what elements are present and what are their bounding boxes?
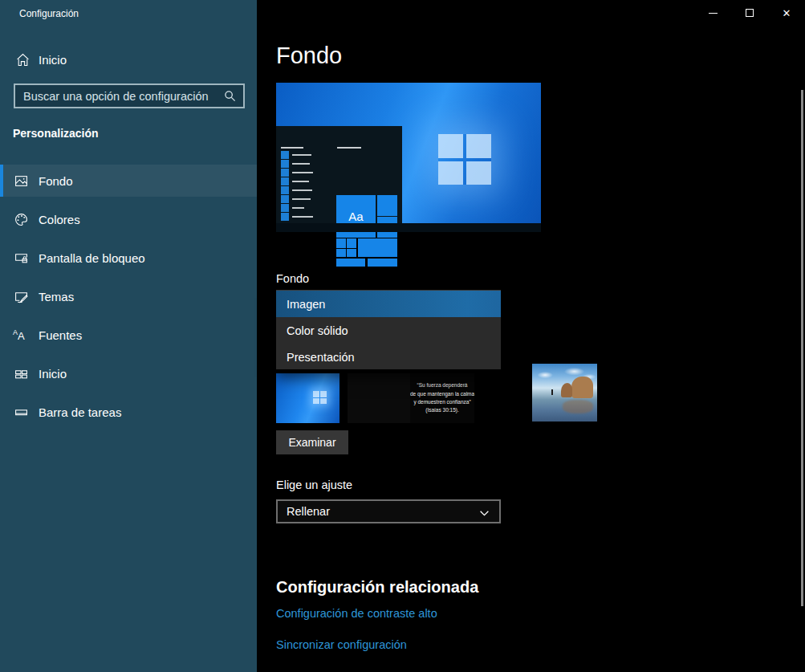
window-controls: ✕ <box>694 0 805 26</box>
background-label: Fondo <box>276 272 309 285</box>
app-title: Configuración <box>19 8 79 19</box>
fit-select[interactable]: Rellenar <box>276 499 501 523</box>
themes-icon <box>14 290 28 303</box>
sidebar-item-home[interactable]: Inicio <box>0 47 257 72</box>
sidebar-item-label: Pantalla de bloqueo <box>39 251 145 265</box>
background-preview: Aa <box>276 83 541 232</box>
page-title: Fondo <box>276 43 342 69</box>
person-shape <box>551 389 553 395</box>
chevron-down-icon <box>479 508 490 519</box>
image-icon <box>14 174 28 188</box>
search-icon[interactable] <box>224 90 236 102</box>
personalization-section-title: Personalización <box>13 127 99 140</box>
taskbar-mock <box>276 223 541 232</box>
sidebar-item-fondo[interactable]: Fondo <box>0 165 257 197</box>
main-content: ✕ Fondo Aa <box>257 0 805 672</box>
minimize-button[interactable] <box>694 0 731 26</box>
dropdown-option-imagen[interactable]: Imagen <box>276 291 501 317</box>
sidebar-item-temas[interactable]: Temas <box>0 280 257 312</box>
background-type-dropdown: Imagen Color sólido Presentación <box>276 290 501 369</box>
sidebar-item-fuentes[interactable]: AA Fuentes <box>0 319 257 351</box>
fit-label: Elige un ajuste <box>276 479 352 491</box>
windows-logo-icon <box>313 391 327 404</box>
maximize-icon <box>746 9 754 17</box>
rock-shape <box>561 383 572 397</box>
sidebar-item-label: Inicio <box>39 367 67 381</box>
thumbnail-beach-wallpaper[interactable] <box>532 364 597 422</box>
search-box[interactable] <box>14 83 245 108</box>
close-button[interactable]: ✕ <box>768 0 805 26</box>
fonts-icon: AA <box>13 328 25 342</box>
taskbar-icon <box>14 405 28 419</box>
fit-select-value: Rellenar <box>287 505 330 518</box>
sidebar-item-barra-de-tareas[interactable]: Barra de tareas <box>0 396 257 428</box>
lock-screen-icon <box>14 251 28 265</box>
sidebar-item-label: Colores <box>39 213 80 226</box>
thumbnail-dark-wallpaper[interactable] <box>348 373 410 423</box>
sidebar-item-colores[interactable]: Colores <box>0 203 257 235</box>
link-sync-settings[interactable]: Sincronizar configuración <box>276 638 407 651</box>
rock-reflection-shape <box>563 400 593 413</box>
browse-button[interactable]: Examinar <box>276 430 348 454</box>
maximize-button[interactable] <box>731 0 768 26</box>
sidebar-item-label: Fondo <box>39 174 73 188</box>
home-icon <box>16 53 30 67</box>
close-icon: ✕ <box>783 8 791 18</box>
search-input[interactable] <box>15 85 224 107</box>
minimize-icon <box>709 13 718 14</box>
sidebar-item-label: Barra de tareas <box>39 405 121 419</box>
dropdown-option-color-solido[interactable]: Color sólido <box>276 317 501 344</box>
sidebar-item-pantalla-de-bloqueo[interactable]: Pantalla de bloqueo <box>0 242 257 274</box>
start-menu-mock: Aa <box>276 126 402 223</box>
sidebar-item-inicio[interactable]: Inicio <box>0 357 257 389</box>
start-tiles-icon <box>14 367 28 381</box>
sidebar: Configuración Inicio Personalización Fon… <box>0 0 257 672</box>
related-settings-title: Configuración relacionada <box>276 578 478 597</box>
dropdown-option-presentacion[interactable]: Presentación <box>276 344 501 370</box>
sidebar-home-label: Inicio <box>39 53 67 67</box>
thumbnail-windows-wallpaper[interactable] <box>276 373 339 423</box>
verse-text: “Su fuerza dependerá de que mantengan la… <box>410 381 474 415</box>
color-palette-icon <box>14 213 28 226</box>
vertical-scrollbar[interactable] <box>801 90 803 606</box>
link-high-contrast[interactable]: Configuración de contraste alto <box>276 607 437 620</box>
rock-shape <box>571 377 593 398</box>
thumbnail-verse-wallpaper[interactable]: “Su fuerza dependerá de que mantengan la… <box>410 373 474 423</box>
sidebar-item-label: Temas <box>39 290 74 303</box>
sidebar-item-label: Fuentes <box>39 328 82 342</box>
windows-logo-icon <box>438 134 491 185</box>
